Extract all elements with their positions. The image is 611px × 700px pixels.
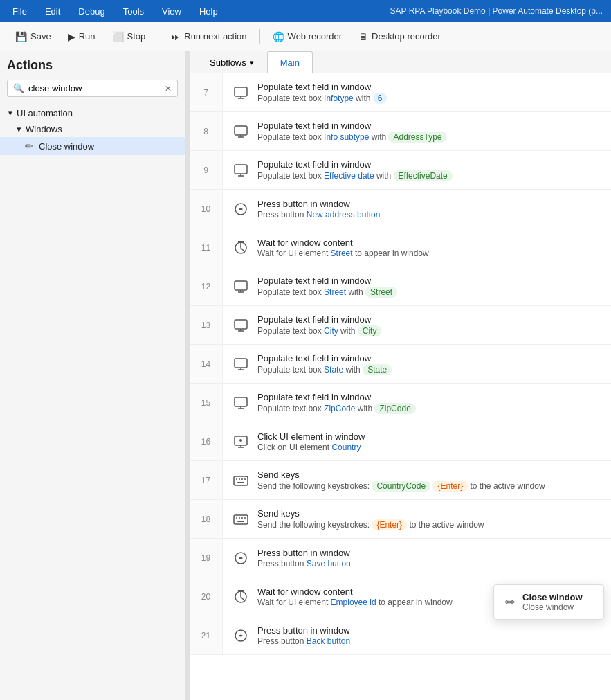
keyboard-icon bbox=[231, 510, 250, 529]
table-row: 19 Press button in window Press button S… bbox=[190, 539, 611, 577]
step-desc: Populate text box Info subtype with Addr… bbox=[257, 132, 603, 143]
menu-debug[interactable]: Debug bbox=[74, 5, 109, 18]
step-link1[interactable]: New address button bbox=[307, 210, 381, 219]
flow-step-9[interactable]: Populate text field in window Populate t… bbox=[223, 151, 611, 189]
table-row: 11 Wait for window content Wait for UI e… bbox=[190, 228, 611, 267]
popup-title: Close window bbox=[522, 592, 583, 602]
tab-main[interactable]: Main bbox=[267, 51, 313, 73]
sidebar-search-container[interactable]: 🔍 ✕ bbox=[7, 80, 178, 97]
step-title: Wait for window content bbox=[257, 237, 603, 248]
step-tag: State bbox=[363, 364, 392, 375]
step-content: Populate text field in window Populate t… bbox=[257, 276, 603, 298]
flow-step-17[interactable]: Send keys Send the following keystrokes:… bbox=[223, 461, 611, 499]
svg-rect-6 bbox=[235, 165, 247, 174]
run-button[interactable]: ▶ Run bbox=[61, 28, 102, 45]
step-link1[interactable]: ZipCode bbox=[324, 404, 355, 413]
close-window-tooltip[interactable]: ✏ Close window Close window bbox=[493, 584, 604, 620]
step-content: Send keys Send the following keystrokes:… bbox=[257, 508, 603, 530]
step-desc: Press button Back button bbox=[257, 636, 603, 646]
tree-group-ui-automation[interactable]: ▾ UI automation bbox=[0, 105, 185, 121]
save-icon: 💾 bbox=[15, 31, 27, 42]
step-content: Populate text field in window Populate t… bbox=[257, 159, 603, 181]
menu-bar[interactable]: File Edit Debug Tools View Help bbox=[8, 5, 222, 18]
step-tag: ZipCode bbox=[374, 403, 415, 414]
menu-file[interactable]: File bbox=[8, 5, 31, 18]
search-icon: 🔍 bbox=[13, 83, 24, 93]
flow-step-14[interactable]: Populate text field in window Populate t… bbox=[223, 345, 611, 383]
step-desc: Send the following keystrokes: CountryCo… bbox=[257, 481, 603, 492]
tree-subgroup-windows[interactable]: ▾ Windows bbox=[0, 121, 185, 137]
menu-tools[interactable]: Tools bbox=[119, 5, 148, 18]
step-desc: Populate text box State with State bbox=[257, 364, 603, 375]
svg-rect-0 bbox=[235, 87, 247, 96]
step-link1[interactable]: State bbox=[324, 365, 343, 375]
wait-icon bbox=[231, 587, 250, 607]
flow-step-12[interactable]: Populate text field in window Populate t… bbox=[223, 267, 611, 305]
step-link1[interactable]: Back button bbox=[307, 636, 350, 646]
desktop-recorder-button[interactable]: 🖥 Desktop recorder bbox=[352, 28, 448, 45]
step-link1[interactable]: Street bbox=[324, 287, 346, 297]
step-link1[interactable]: Effective date bbox=[324, 171, 374, 181]
step-link1[interactable]: Infotype bbox=[324, 93, 354, 103]
app-title: SAP RPA Playbook Demo | Power Automate D… bbox=[390, 6, 603, 16]
table-row: 13 Populate text field in window Populat… bbox=[190, 306, 611, 345]
stop-label: Stop bbox=[127, 31, 146, 42]
toolbar-separator bbox=[158, 29, 158, 44]
table-row: 18 Send keys Send the following keystrok… bbox=[190, 500, 611, 539]
step-link1[interactable]: Employee id bbox=[331, 598, 376, 607]
step-number: 16 bbox=[190, 422, 223, 460]
step-link1[interactable]: Street bbox=[331, 249, 353, 258]
web-recorder-icon: 🌐 bbox=[273, 31, 284, 42]
step-link1[interactable]: Country bbox=[331, 442, 361, 452]
svg-rect-21 bbox=[235, 397, 247, 406]
web-recorder-button[interactable]: 🌐 Web recorder bbox=[266, 28, 349, 45]
chevron-down-icon: ▾ bbox=[8, 109, 12, 118]
click-icon bbox=[231, 432, 250, 451]
step-content: Populate text field in window Populate t… bbox=[257, 82, 603, 104]
sidebar-item-close-window[interactable]: ✏ Close window bbox=[0, 137, 185, 155]
step-desc: Click on UI element Country bbox=[257, 442, 603, 452]
step-title: Press button in window bbox=[257, 548, 603, 558]
menu-edit[interactable]: Edit bbox=[41, 5, 64, 18]
step-desc: Wait for UI element Street to appear in … bbox=[257, 249, 603, 258]
save-button[interactable]: 💾 Save bbox=[8, 28, 58, 45]
step-link1[interactable]: City bbox=[324, 326, 338, 336]
stop-button[interactable]: ⬜ Stop bbox=[105, 28, 153, 45]
step-number: 11 bbox=[190, 228, 223, 267]
step-content: Populate text field in window Populate t… bbox=[257, 353, 603, 375]
flow-step-7[interactable]: Populate text field in window Populate t… bbox=[223, 73, 611, 111]
step-content: Press button in window Press button New … bbox=[257, 199, 603, 219]
step-link1[interactable]: Save button bbox=[307, 559, 351, 568]
menu-view[interactable]: View bbox=[158, 5, 185, 18]
tab-subflows[interactable]: Subflows ▾ bbox=[197, 51, 267, 73]
table-row: 14 Populate text field in window Populat… bbox=[190, 345, 611, 384]
desktop-recorder-label: Desktop recorder bbox=[372, 31, 441, 42]
main-layout: Actions 🔍 ✕ ▾ UI automation ▾ Windows ✏ … bbox=[0, 51, 611, 700]
flow-step-16[interactable]: Click UI element in window Click on UI e… bbox=[223, 422, 611, 460]
flow-step-19[interactable]: Press button in window Press button Save… bbox=[223, 539, 611, 577]
step-link1[interactable]: Info subtype bbox=[324, 132, 369, 142]
flow-step-21[interactable]: Press button in window Press button Back… bbox=[223, 616, 611, 654]
step-content: Press button in window Press button Back… bbox=[257, 625, 603, 646]
clear-search-icon[interactable]: ✕ bbox=[165, 84, 172, 93]
flow-area[interactable]: 7 Populate text field in window Populate… bbox=[190, 73, 611, 700]
title-bar: File Edit Debug Tools View Help SAP RPA … bbox=[0, 0, 611, 22]
sidebar: Actions 🔍 ✕ ▾ UI automation ▾ Windows ✏ … bbox=[0, 51, 185, 700]
table-row: 10 Press button in window Press button N… bbox=[190, 190, 611, 228]
svg-rect-18 bbox=[235, 359, 247, 368]
flow-step-10[interactable]: Press button in window Press button New … bbox=[223, 190, 611, 228]
flow-step-11[interactable]: Wait for window content Wait for UI elem… bbox=[223, 228, 611, 267]
toolbar: 💾 Save ▶ Run ⬜ Stop ⏭ Run next action 🌐 … bbox=[0, 22, 611, 51]
toolbar-separator-2 bbox=[259, 29, 260, 44]
run-label: Run bbox=[79, 31, 95, 42]
flow-step-13[interactable]: Populate text field in window Populate t… bbox=[223, 306, 611, 344]
flow-step-18[interactable]: Send keys Send the following keystrokes:… bbox=[223, 500, 611, 538]
flow-step-8[interactable]: Populate text field in window Populate t… bbox=[223, 112, 611, 150]
sidebar-tree: ▾ UI automation ▾ Windows ✏ Close window bbox=[0, 102, 185, 158]
flow-step-15[interactable]: Populate text field in window Populate t… bbox=[223, 384, 611, 422]
run-next-button[interactable]: ⏭ Run next action bbox=[164, 28, 253, 45]
search-input[interactable] bbox=[28, 83, 161, 93]
table-row: 16 Click UI element in window Click on U… bbox=[190, 422, 611, 461]
step-content: Populate text field in window Populate t… bbox=[257, 314, 603, 336]
menu-help[interactable]: Help bbox=[195, 5, 222, 18]
